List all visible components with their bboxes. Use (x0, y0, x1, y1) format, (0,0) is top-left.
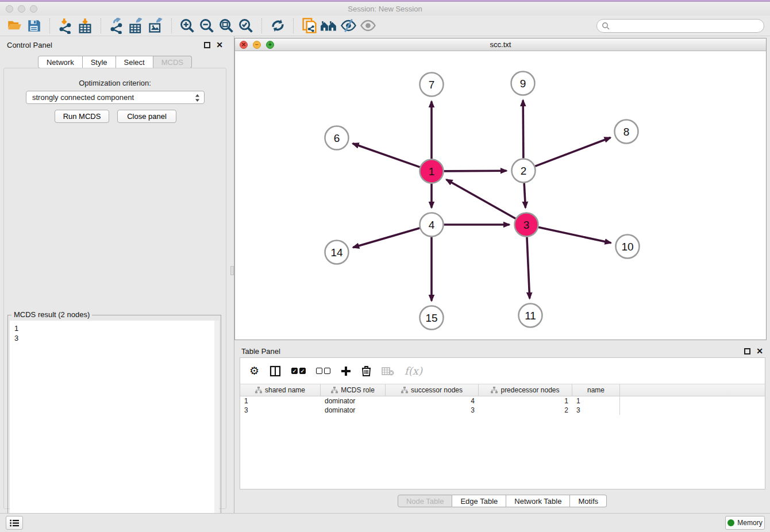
delete-row-icon[interactable] (361, 365, 371, 376)
edge-1-2[interactable] (444, 171, 506, 171)
criterion-select[interactable]: strongly connected component (26, 91, 205, 104)
window-title: Session: New Session (0, 5, 770, 13)
cell-successor-nodes[interactable]: 4 (386, 396, 479, 406)
export-image-icon[interactable] (146, 17, 165, 35)
deselect-all-icon[interactable] (316, 368, 330, 374)
tab-edge-table[interactable]: Edge Table (452, 495, 506, 507)
network-window: ✕ − + scc.txt 7968124314101511 (234, 38, 767, 340)
show-all-icon[interactable] (358, 17, 378, 35)
table-settings-icon[interactable]: ⚙ (249, 364, 259, 377)
save-session-icon[interactable] (24, 17, 44, 35)
column-header-mcds-role[interactable]: MCDS role (321, 384, 386, 396)
first-neighbors-icon[interactable] (319, 17, 338, 35)
export-network-icon[interactable] (107, 17, 126, 35)
table-row[interactable]: 3dominator323 (240, 406, 765, 415)
mcds-result-area[interactable]: 1 3 (10, 321, 219, 532)
cell-shared-name[interactable]: 3 (240, 406, 321, 415)
node-table-container: ⚙ ✓✓ f(x) shared name MC (240, 357, 765, 489)
edge-3-11[interactable] (527, 237, 530, 298)
node-label-14: 14 (330, 246, 343, 259)
float-panel-icon[interactable] (204, 42, 210, 48)
open-session-icon[interactable] (5, 17, 24, 35)
control-panel-tabs: Network Style Select MCDS (0, 56, 230, 68)
edge-4-14[interactable] (353, 228, 419, 248)
mcds-panel: Optimization criterion: strongly connect… (3, 68, 226, 509)
cell-MCDS-role[interactable]: dominator (321, 396, 386, 406)
zoom-selected-icon[interactable] (236, 17, 256, 35)
column-header-predecessor-nodes[interactable]: predecessor nodes (479, 384, 572, 396)
column-header-name[interactable]: name (572, 384, 620, 396)
zoom-fit-icon[interactable] (217, 17, 236, 35)
function-builder-icon[interactable]: f(x) (405, 365, 422, 377)
memory-button[interactable]: Memory (725, 516, 765, 530)
edge-2-3[interactable] (524, 183, 525, 207)
export-table-icon[interactable] (126, 17, 146, 35)
cell-predecessor-nodes[interactable]: 1 (479, 396, 572, 406)
cell-shared-name[interactable]: 1 (240, 396, 321, 406)
close-panel-button[interactable]: Close panel (117, 110, 176, 123)
node-label-11: 11 (525, 310, 536, 322)
memory-status-icon (727, 519, 734, 526)
network-canvas[interactable]: 7968124314101511 (235, 51, 766, 340)
network-graph[interactable]: 7968124314101511 (235, 51, 766, 340)
edge-3-1[interactable] (446, 179, 516, 218)
cell-successor-nodes[interactable]: 3 (386, 406, 479, 415)
search-icon (602, 22, 610, 32)
mcds-result-group: MCDS result (2 nodes) 1 3 (7, 315, 221, 532)
tab-motifs[interactable]: Motifs (570, 495, 607, 507)
cell-MCDS-role[interactable]: dominator (321, 406, 386, 415)
zoom-in-icon[interactable] (178, 17, 197, 35)
tab-network[interactable]: Network (38, 56, 83, 68)
table-body: 1dominator4113dominator323 (240, 396, 765, 415)
tab-style[interactable]: Style (83, 56, 116, 68)
import-table-icon[interactable] (75, 17, 95, 35)
import-network-icon[interactable] (56, 17, 75, 35)
cell-name[interactable]: 3 (572, 406, 620, 415)
criterion-value: strongly connected component (32, 93, 134, 102)
float-table-panel-icon[interactable] (744, 348, 750, 354)
delete-table-icon[interactable] (382, 367, 394, 376)
status-bar: Memory (0, 513, 770, 532)
result-scrollbar[interactable] (214, 321, 219, 532)
mcds-result-title: MCDS result (2 nodes) (11, 310, 92, 319)
toggle-columns-icon[interactable] (270, 365, 281, 377)
table-panel-title: Table Panel (241, 347, 280, 356)
node-label-3: 3 (523, 219, 530, 231)
vertical-splitter[interactable] (230, 36, 234, 513)
close-table-panel-icon[interactable]: ✕ (756, 348, 763, 354)
add-row-icon[interactable] (341, 366, 351, 376)
column-header-successor-nodes[interactable]: successor nodes (386, 384, 479, 396)
close-panel-icon[interactable]: ✕ (216, 42, 223, 48)
clone-network-icon[interactable] (299, 17, 319, 35)
edge-3-10[interactable] (538, 228, 611, 243)
run-mcds-button[interactable]: Run MCDS (55, 110, 109, 123)
node-label-10: 10 (621, 241, 633, 253)
tab-network-table[interactable]: Network Table (506, 495, 570, 507)
select-all-icon[interactable]: ✓✓ (291, 368, 306, 374)
task-history-button[interactable] (6, 516, 23, 530)
control-panel: Control Panel ✕ Network Style Select MCD… (0, 36, 230, 513)
zoom-out-icon[interactable] (197, 17, 217, 35)
hide-selected-icon[interactable] (338, 17, 358, 35)
hierarchy-icon (401, 387, 408, 394)
toolbar-separator (49, 18, 50, 33)
edge-2-8[interactable] (535, 137, 610, 166)
table-row[interactable]: 1dominator411 (240, 396, 765, 406)
edge-1-6[interactable] (353, 144, 420, 167)
cell-predecessor-nodes[interactable]: 2 (479, 406, 572, 415)
search-container (596, 19, 764, 33)
tab-mcds[interactable]: MCDS (153, 56, 192, 68)
column-header-shared-name[interactable]: shared name (240, 384, 321, 396)
node-label-9: 9 (520, 78, 526, 90)
cell-name[interactable]: 1 (572, 396, 620, 406)
control-panel-header: Control Panel ✕ (0, 36, 230, 53)
search-input[interactable] (596, 19, 764, 33)
tab-select[interactable]: Select (116, 56, 153, 68)
tab-node-table[interactable]: Node Table (398, 495, 453, 507)
edge-2-9[interactable] (523, 100, 523, 158)
apply-layout-icon[interactable] (268, 17, 287, 35)
node-label-6: 6 (334, 132, 340, 144)
splitter-handle[interactable] (230, 266, 234, 275)
hierarchy-icon (331, 387, 338, 394)
toolbar-separator (293, 18, 294, 33)
